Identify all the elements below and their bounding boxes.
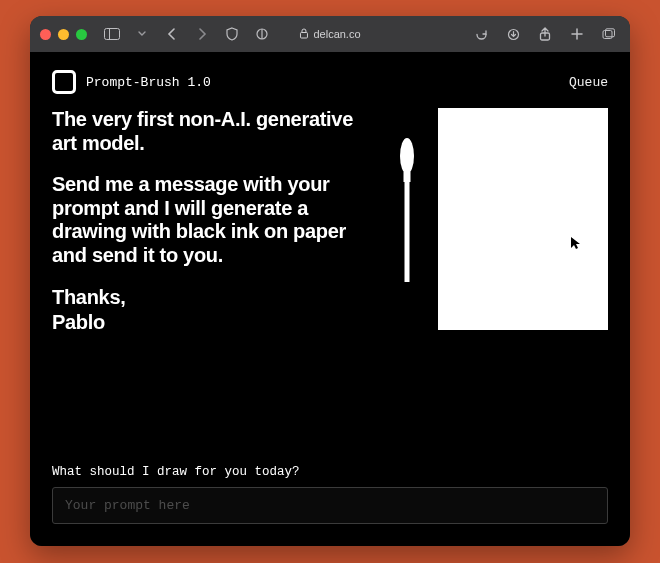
intro-paragraph-1: The very first non-A.I. generative art m… [52, 108, 376, 155]
toolbar-dropdown-button[interactable] [131, 23, 153, 45]
svg-rect-9 [404, 172, 411, 182]
prompt-section: What should I draw for you today? [52, 465, 608, 524]
browser-toolbar: delcan.co [30, 16, 630, 52]
svg-point-8 [400, 138, 414, 174]
app-header: Prompt-Brush 1.0 Queue [52, 70, 608, 94]
tabs-overview-button[interactable] [598, 23, 620, 45]
cursor-icon [570, 236, 580, 254]
forward-button[interactable] [191, 23, 213, 45]
downloads-button[interactable] [502, 23, 524, 45]
new-tab-button[interactable] [566, 23, 588, 45]
svg-rect-3 [300, 32, 307, 38]
prompt-label: What should I draw for you today? [52, 465, 608, 479]
back-button[interactable] [161, 23, 183, 45]
paintbrush-icon [394, 108, 420, 288]
lock-icon [299, 28, 308, 41]
drawing-canvas[interactable] [438, 108, 608, 330]
app-logo-icon [52, 70, 76, 94]
app-brand[interactable]: Prompt-Brush 1.0 [52, 70, 211, 94]
hero-section: The very first non-A.I. generative art m… [52, 108, 608, 353]
intro-signoff-2: Pablo [52, 311, 376, 335]
prompt-input[interactable] [52, 487, 608, 524]
svg-rect-10 [405, 182, 410, 282]
address-bar[interactable]: delcan.co [299, 28, 360, 41]
reader-icon[interactable] [251, 23, 273, 45]
intro-paragraph-2: Send me a message with your prompt and I… [52, 173, 376, 267]
intro-signoff-1: Thanks, [52, 286, 376, 310]
intro-text: The very first non-A.I. generative art m… [52, 108, 376, 353]
fullscreen-window-button[interactable] [76, 29, 87, 40]
minimize-window-button[interactable] [58, 29, 69, 40]
close-window-button[interactable] [40, 29, 51, 40]
window-controls [40, 29, 87, 40]
nav-queue-link[interactable]: Queue [569, 75, 608, 90]
app-title: Prompt-Brush 1.0 [86, 75, 211, 90]
reload-button[interactable] [470, 23, 492, 45]
address-host: delcan.co [313, 28, 360, 40]
share-button[interactable] [534, 23, 556, 45]
sidebar-toggle-button[interactable] [101, 23, 123, 45]
page-content: Prompt-Brush 1.0 Queue The very first no… [30, 52, 630, 546]
svg-rect-0 [105, 29, 120, 40]
shield-icon[interactable] [221, 23, 243, 45]
browser-window: delcan.co Prompt-Brush 1.0 [30, 16, 630, 546]
